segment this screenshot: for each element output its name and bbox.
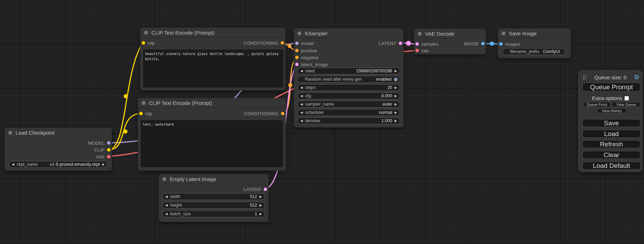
prompt-textarea[interactable]: text, watermark (141, 120, 283, 167)
increment-arrow-icon[interactable]: ▶ (395, 86, 397, 89)
increment-arrow-icon[interactable]: ▶ (259, 213, 262, 216)
input-port-clip[interactable] (142, 41, 145, 45)
input-port-clip[interactable] (139, 112, 143, 115)
output-port-clip[interactable] (107, 148, 111, 152)
load-default-button[interactable]: Load Default (582, 162, 641, 170)
decrement-arrow-icon[interactable]: ◀ (300, 103, 303, 106)
random-seed-toggle-widget[interactable]: Random seed after every gen enabled (297, 76, 400, 83)
output-label-image: IMAGE (464, 41, 479, 46)
comfyui-canvas[interactable]: { "icons": {"left_arrow":"◀","right_arro… (0, 0, 644, 244)
widget-label: denoise (305, 118, 320, 123)
decrement-arrow-icon[interactable]: ◀ (165, 204, 168, 207)
decrement-arrow-icon[interactable]: ◀ (165, 195, 168, 198)
widget-value: ComfyUI (543, 49, 560, 54)
input-port-vae[interactable] (415, 49, 419, 52)
node-ksampler[interactable]: KSampler model positive negative latent_… (294, 28, 404, 127)
output-port-conditioning[interactable] (281, 41, 284, 45)
output-port-latent[interactable] (264, 188, 267, 191)
increment-arrow-icon[interactable]: ▶ (395, 111, 397, 114)
increment-arrow-icon[interactable]: ▶ (102, 163, 105, 166)
input-port-samples[interactable] (415, 42, 419, 46)
drag-handle-icon[interactable] (583, 75, 584, 76)
load-button[interactable]: Load (582, 130, 641, 138)
link-midpoint-dot[interactable] (490, 42, 494, 46)
input-port-model[interactable] (295, 42, 299, 45)
height-widget[interactable]: ◀ height 512 ▶ (162, 202, 265, 209)
batch-size-widget[interactable]: ◀ batch_size 1 ▶ (162, 210, 265, 217)
node-titlebar[interactable]: CLIP Text Encode (Prompt) (140, 28, 285, 38)
width-widget[interactable]: ◀ width 512 ▶ (162, 193, 265, 200)
node-clip-text-encode-positive[interactable]: CLIP Text Encode (Prompt) clip CONDITION… (140, 28, 285, 90)
decrement-arrow-icon[interactable]: ◀ (300, 86, 303, 89)
node-titlebar[interactable]: Save Image (498, 28, 571, 38)
output-port-latent[interactable] (399, 42, 402, 45)
node-clip-text-encode-negative[interactable]: CLIP Text Encode (Prompt) clip CONDITION… (138, 98, 286, 171)
queue-front-button[interactable]: Queue Front (583, 102, 611, 107)
decrement-arrow-icon[interactable]: ◀ (300, 70, 303, 73)
node-title: Save Image (509, 30, 537, 36)
increment-arrow-icon[interactable]: ▶ (395, 103, 397, 106)
toggle-dot-icon[interactable] (394, 78, 398, 81)
link-midpoint-dot[interactable] (288, 83, 292, 87)
ckpt-name-widget[interactable]: ◀ ckpt_name v1-5-pruned-emaonly.ckpt ▶ (9, 161, 108, 168)
output-port-vae[interactable] (107, 155, 111, 159)
view-history-button[interactable]: View History (597, 108, 626, 113)
refresh-button[interactable]: Refresh (582, 140, 641, 148)
link-midpoint-dot[interactable] (288, 44, 292, 48)
collapse-dot-icon[interactable] (142, 101, 145, 105)
link-midpoint-dot[interactable] (123, 129, 127, 134)
sampler-name-widget[interactable]: ◀ sampler_name euler ▶ (297, 101, 400, 108)
input-port-negative[interactable] (295, 56, 299, 59)
view-queue-button[interactable]: View Queue (612, 102, 641, 107)
collapse-dot-icon[interactable] (8, 131, 12, 135)
increment-arrow-icon[interactable]: ▶ (395, 119, 397, 123)
decrement-arrow-icon[interactable]: ◀ (300, 111, 303, 114)
clear-button[interactable]: Clear (582, 151, 641, 159)
output-label-latent: LATENT (244, 187, 261, 192)
decrement-arrow-icon[interactable]: ◀ (12, 163, 14, 166)
collapse-dot-icon[interactable] (298, 31, 301, 35)
output-port-image[interactable] (481, 42, 485, 45)
node-titlebar[interactable]: Load Checkpoint (5, 128, 112, 138)
input-port-images[interactable] (499, 42, 503, 46)
settings-gear-icon[interactable]: ⚙ (634, 73, 639, 81)
collapse-dot-icon[interactable] (502, 31, 505, 35)
increment-arrow-icon[interactable]: ▶ (395, 94, 397, 98)
filename-prefix-widget[interactable]: filename_prefix ComfyUI (502, 48, 565, 55)
prompt-textarea[interactable]: beautiful scenery nature glass bottle la… (143, 49, 283, 88)
node-titlebar[interactable]: Empty Latent Image (159, 174, 268, 184)
node-load-checkpoint[interactable]: Load Checkpoint MODEL CLIP VAE ◀ ckpt_na… (5, 128, 112, 171)
save-button[interactable]: Save (582, 119, 641, 127)
denoise-widget[interactable]: ◀ denoise 1.000 ▶ (297, 117, 400, 124)
scheduler-widget[interactable]: ◀ scheduler normal ▶ (297, 109, 400, 116)
output-port-model[interactable] (107, 141, 111, 145)
increment-arrow-icon[interactable]: ▶ (259, 204, 262, 207)
node-empty-latent-image[interactable]: Empty Latent Image LATENT ◀ width 512 ▶ … (159, 174, 268, 222)
extra-options-checkbox[interactable] (625, 96, 629, 100)
link-midpoint-dot[interactable] (124, 94, 128, 98)
input-port-latent-image[interactable] (295, 63, 299, 66)
seed-widget[interactable]: ◀ seed 156680208700286 ▶ (297, 67, 400, 74)
cfg-widget[interactable]: ◀ cfg 8.000 ▶ (297, 92, 400, 99)
decrement-arrow-icon[interactable]: ◀ (300, 94, 303, 98)
queue-prompt-button[interactable]: Queue Prompt (582, 83, 641, 91)
output-port-conditioning[interactable] (281, 112, 284, 115)
node-save-image[interactable]: Save Image images filename_prefix ComfyU… (498, 28, 571, 58)
link-midpoint-dot[interactable] (406, 41, 411, 46)
widget-label: width (170, 194, 180, 199)
increment-arrow-icon[interactable]: ▶ (259, 195, 262, 198)
node-titlebar[interactable]: KSampler (294, 28, 404, 38)
node-vae-decode[interactable]: VAE Decode samples vae IMAGE (414, 29, 486, 54)
collapse-dot-icon[interactable] (418, 32, 422, 36)
input-port-positive[interactable] (295, 49, 299, 52)
steps-widget[interactable]: ◀ steps 20 ▶ (297, 84, 400, 91)
node-titlebar[interactable]: VAE Decode (414, 29, 486, 39)
queue-panel: Queue size: 0 ⚙ Queue Prompt Extra optio… (578, 70, 643, 172)
collapse-dot-icon[interactable] (162, 177, 166, 181)
collapse-dot-icon[interactable] (144, 31, 148, 35)
increment-arrow-icon[interactable]: ▶ (395, 70, 397, 73)
node-title: CLIP Text Encode (Prompt) (149, 100, 212, 106)
decrement-arrow-icon[interactable]: ◀ (300, 119, 303, 123)
node-titlebar[interactable]: CLIP Text Encode (Prompt) (138, 98, 286, 108)
decrement-arrow-icon[interactable]: ◀ (165, 213, 168, 216)
